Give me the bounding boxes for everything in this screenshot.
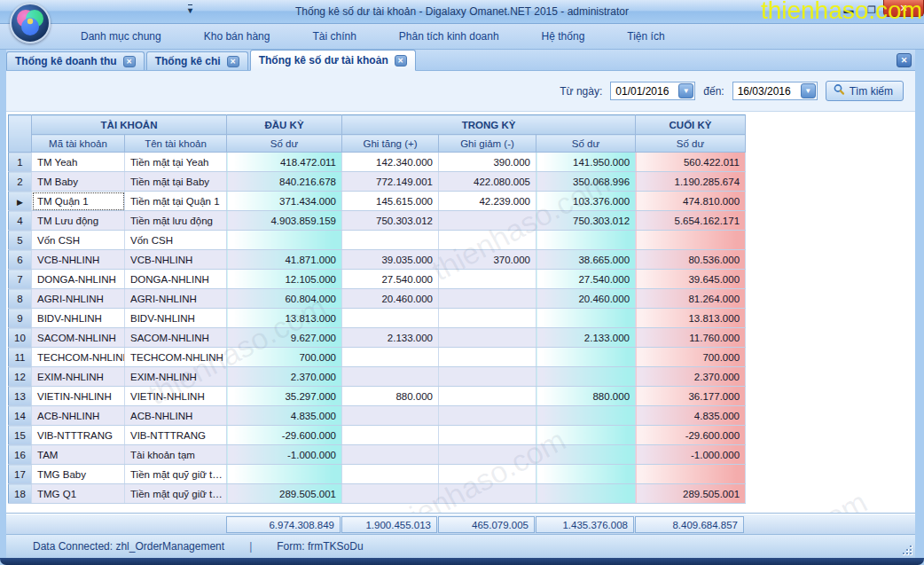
cell-decrease[interactable] bbox=[439, 484, 536, 504]
cell-period-balance[interactable] bbox=[536, 445, 636, 465]
cell-opening-balance[interactable]: 35.297.000 bbox=[227, 387, 342, 406]
cell-period-balance[interactable]: 20.460.000 bbox=[536, 289, 636, 309]
row-header[interactable]: 16 bbox=[9, 445, 32, 465]
cell-opening-balance[interactable]: 41.871.000 bbox=[227, 250, 342, 270]
cell-account-name[interactable]: Tài khoản tạm bbox=[125, 445, 227, 465]
cell-decrease[interactable]: 42.239.000 bbox=[439, 192, 536, 211]
cell-closing-balance[interactable]: 2.370.000 bbox=[636, 367, 746, 387]
tabstrip-close-icon[interactable]: ✕ bbox=[897, 53, 912, 67]
cell-decrease[interactable] bbox=[439, 211, 536, 231]
table-row[interactable]: 15VIB-NTTTRANGVIB-NTTTRANG-29.600.000-29… bbox=[9, 426, 746, 445]
cell-account-code[interactable]: DONGA-NHLINH bbox=[32, 270, 125, 289]
cell-period-balance[interactable] bbox=[536, 367, 636, 387]
cell-closing-balance[interactable] bbox=[636, 231, 746, 250]
row-header[interactable]: 2 bbox=[9, 172, 32, 192]
cell-increase[interactable]: 27.540.000 bbox=[342, 270, 439, 289]
cell-closing-balance[interactable]: 474.810.000 bbox=[636, 192, 746, 211]
cell-increase[interactable]: 20.460.000 bbox=[342, 289, 439, 309]
row-header[interactable]: 7 bbox=[9, 270, 32, 289]
table-row[interactable]: 9BIDV-NHLINHBIDV-NHLINH13.813.00013.813.… bbox=[9, 309, 746, 328]
cell-opening-balance[interactable]: -1.000.000 bbox=[227, 445, 342, 465]
cell-closing-balance[interactable]: -29.600.000 bbox=[636, 426, 746, 445]
cell-increase[interactable]: 145.615.000 bbox=[342, 192, 439, 211]
table-row[interactable]: 2TM BabyTiền mặt tại Baby840.216.678772.… bbox=[9, 172, 746, 192]
cell-closing-balance[interactable]: 1.190.285.674 bbox=[636, 172, 746, 192]
cell-opening-balance[interactable]: 12.105.000 bbox=[227, 270, 342, 289]
cell-period-balance[interactable] bbox=[536, 348, 636, 367]
cell-account-name[interactable]: Tiền mặt tại Yeah bbox=[125, 153, 227, 172]
cell-decrease[interactable] bbox=[439, 465, 536, 484]
cell-period-balance[interactable]: 38.665.000 bbox=[536, 250, 636, 270]
cell-period-balance[interactable] bbox=[536, 426, 636, 445]
row-header[interactable]: 4 bbox=[9, 211, 32, 231]
cell-increase[interactable]: 750.303.012 bbox=[342, 211, 439, 231]
cell-period-balance[interactable]: 750.303.012 bbox=[536, 211, 636, 231]
cell-period-balance[interactable]: 141.950.000 bbox=[536, 153, 636, 172]
cell-account-code[interactable]: ACB-NHLINH bbox=[32, 406, 125, 426]
table-row[interactable]: 10SACOM-NHLINHSACOM-NHLINH9.627.0002.133… bbox=[9, 328, 746, 348]
cell-account-code[interactable]: TM Quận 1 bbox=[32, 192, 125, 211]
cell-decrease[interactable] bbox=[439, 406, 536, 426]
cell-account-code[interactable]: AGRI-NHLINH bbox=[32, 289, 125, 309]
cell-account-code[interactable]: EXIM-NHLINH bbox=[32, 367, 125, 387]
cell-increase[interactable]: 2.133.000 bbox=[342, 328, 439, 348]
cell-closing-balance[interactable] bbox=[636, 465, 746, 484]
row-header[interactable]: 15 bbox=[9, 426, 32, 445]
cell-period-balance[interactable] bbox=[536, 231, 636, 250]
menu-item-kho-bán-hàng[interactable]: Kho bán hàng bbox=[198, 27, 277, 45]
row-header[interactable]: 18 bbox=[9, 484, 32, 504]
cell-increase[interactable] bbox=[342, 231, 439, 250]
cell-account-name[interactable]: Tiền mặt quỹ giữ t… bbox=[125, 484, 227, 504]
cell-decrease[interactable] bbox=[439, 445, 536, 465]
cell-opening-balance[interactable]: -29.600.000 bbox=[227, 426, 342, 445]
cell-increase[interactable] bbox=[342, 309, 439, 328]
cell-account-name[interactable]: SACOM-NHLINH bbox=[125, 328, 227, 348]
cell-account-code[interactable]: TM Baby bbox=[32, 172, 125, 192]
chevron-down-icon[interactable]: ▼ bbox=[678, 83, 693, 98]
cell-increase[interactable] bbox=[342, 406, 439, 426]
row-header[interactable]: 9 bbox=[9, 309, 32, 328]
cell-decrease[interactable]: 390.000 bbox=[439, 153, 536, 172]
column-header[interactable]: Số dư bbox=[636, 135, 746, 153]
cell-account-code[interactable]: Vốn CSH bbox=[32, 231, 125, 250]
column-header[interactable]: Tên tài khoản bbox=[125, 135, 227, 153]
cell-account-name[interactable]: VCB-NHLINH bbox=[125, 250, 227, 270]
row-header[interactable]: 5 bbox=[9, 231, 32, 250]
cell-increase[interactable] bbox=[342, 348, 439, 367]
column-header[interactable]: Ghi giảm (-) bbox=[439, 135, 536, 153]
cell-opening-balance[interactable]: 289.505.001 bbox=[227, 484, 342, 504]
cell-increase[interactable]: 39.035.000 bbox=[342, 250, 439, 270]
cell-period-balance[interactable] bbox=[536, 465, 636, 484]
table-row[interactable]: 4TM Lưu độngTiền mặt lưu động4.903.859.1… bbox=[9, 211, 746, 231]
cell-decrease[interactable] bbox=[439, 367, 536, 387]
cell-decrease[interactable] bbox=[439, 328, 536, 348]
cell-account-name[interactable]: TECHCOM-NHLINH bbox=[125, 348, 227, 367]
cell-opening-balance[interactable]: 4.835.000 bbox=[227, 406, 342, 426]
cell-opening-balance[interactable]: 840.216.678 bbox=[227, 172, 342, 192]
cell-decrease[interactable] bbox=[439, 309, 536, 328]
cell-opening-balance[interactable]: 371.434.000 bbox=[227, 192, 342, 211]
cell-decrease[interactable]: 422.080.005 bbox=[439, 172, 536, 192]
column-header[interactable]: Ghi tăng (+) bbox=[342, 135, 439, 153]
tab-inactive[interactable]: Thống kê chi✕ bbox=[146, 51, 248, 70]
app-logo-icon[interactable] bbox=[10, 3, 51, 43]
cell-closing-balance[interactable]: 39.645.000 bbox=[636, 270, 746, 289]
cell-opening-balance[interactable]: 4.903.859.159 bbox=[227, 211, 342, 231]
cell-decrease[interactable] bbox=[439, 231, 536, 250]
row-header[interactable]: 11 bbox=[9, 348, 32, 367]
row-header[interactable]: 6 bbox=[9, 250, 32, 270]
tab-close-icon[interactable]: ✕ bbox=[227, 56, 239, 67]
cell-closing-balance[interactable]: 13.813.000 bbox=[636, 309, 746, 328]
tab-close-icon[interactable]: ✕ bbox=[123, 56, 136, 67]
row-header[interactable]: 1 bbox=[9, 153, 32, 172]
cell-opening-balance[interactable]: 2.370.000 bbox=[227, 367, 342, 387]
cell-period-balance[interactable] bbox=[536, 309, 636, 328]
maximize-icon[interactable]: ❐ bbox=[860, 4, 883, 16]
table-row[interactable]: 16TAMTài khoản tạm-1.000.000-1.000.000 bbox=[9, 445, 746, 465]
table-row[interactable]: 17TMG BabyTiền mặt quỹ giữ t… bbox=[9, 465, 746, 484]
table-row[interactable]: 1TM YeahTiền mặt tại Yeah418.472.011142.… bbox=[9, 153, 746, 172]
cell-increase[interactable]: 142.340.000 bbox=[342, 153, 439, 172]
row-header[interactable]: 12 bbox=[9, 367, 32, 387]
menu-item-danh-mục-chung[interactable]: Danh mục chung bbox=[74, 27, 168, 45]
table-row[interactable]: 14ACB-NHLINHACB-NHLINH4.835.0004.835.000 bbox=[9, 406, 746, 426]
